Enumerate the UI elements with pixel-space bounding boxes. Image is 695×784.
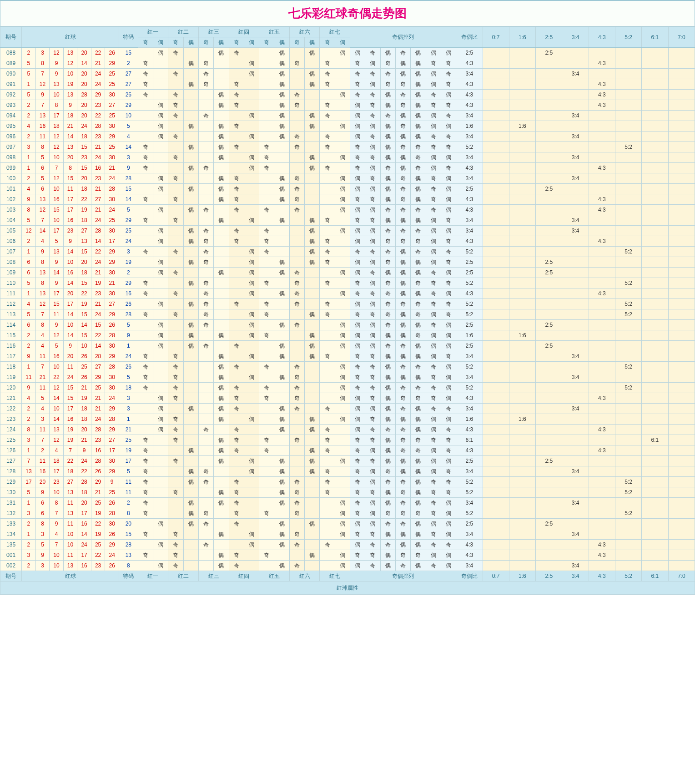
cell-even-slot: 偶 [153, 393, 168, 404]
cell-even-slot [153, 362, 168, 372]
cell-red: 2 [35, 445, 50, 456]
cell-odd-slot: 奇 [320, 247, 335, 257]
cell-arrangement: 奇 [441, 477, 456, 487]
cell-arrangement: 偶 [380, 487, 395, 498]
subhead-odd: 奇 [168, 37, 183, 48]
cell-even-slot: 偶 [214, 330, 229, 341]
cell-arrangement: 偶 [350, 132, 365, 142]
cell-even-slot: 偶 [335, 519, 350, 529]
cell-odd-slot: 奇 [168, 425, 183, 435]
cell-ratio-col [615, 456, 641, 466]
cell-arrangement: 偶 [380, 132, 395, 142]
cell-arrangement: 偶 [411, 561, 426, 571]
cell-red: 30 [105, 268, 119, 278]
cell-even-slot: 偶 [244, 309, 259, 320]
cell-ratio-col: 3:4 [562, 132, 589, 142]
cell-even-slot: 偶 [214, 414, 229, 425]
cell-red: 13 [63, 48, 77, 58]
table-row: 1051214172327283025偶偶奇奇奇偶偶偶偶奇奇奇偶偶3:43:4 [0, 226, 695, 236]
cell-red: 11 [63, 519, 77, 529]
cell-red: 2 [22, 414, 36, 425]
cell-odd-slot [229, 69, 244, 79]
cell-even-slot [244, 205, 259, 215]
cell-special: 8 [119, 508, 138, 519]
cell-red: 20 [77, 79, 91, 90]
cell-arrangement: 奇 [426, 529, 441, 540]
cell-red: 2 [22, 173, 36, 184]
cell-red: 9 [50, 278, 64, 288]
cell-even-slot [153, 58, 168, 69]
cell-odd-slot [289, 69, 304, 79]
cell-red: 10 [50, 152, 64, 163]
cell-arrangement: 偶 [411, 48, 426, 58]
cell-even-slot: 偶 [183, 498, 198, 508]
cell-even-slot [305, 508, 320, 519]
cell-red: 17 [50, 288, 64, 299]
cell-special: 1 [119, 341, 138, 351]
cell-arrangement: 奇 [441, 309, 456, 320]
cell-ratio-col: 2:5 [536, 257, 562, 268]
cell-arrangement: 偶 [426, 247, 441, 257]
cell-even-slot [214, 226, 229, 236]
cell-red: 17 [63, 205, 77, 215]
cell-red: 26 [77, 351, 91, 362]
cell-red: 5 [35, 173, 50, 184]
cell-red: 13 [50, 79, 64, 90]
cell-even-slot [335, 111, 350, 121]
cell-arrangement: 偶 [365, 404, 380, 414]
cell-odd-slot: 奇 [229, 383, 244, 393]
cell-ratio-col [615, 236, 641, 247]
cell-arrangement: 奇 [395, 508, 410, 519]
cell-special: 15 [119, 529, 138, 540]
cell-arrangement: 奇 [411, 142, 426, 152]
cell-red: 28 [105, 362, 119, 372]
cell-arrangement: 偶 [441, 173, 456, 184]
cell-red: 28 [105, 508, 119, 519]
cell-odd-slot: 奇 [320, 540, 335, 550]
cell-red: 3 [35, 414, 50, 425]
cell-odd-slot: 奇 [289, 100, 304, 111]
cell-even-slot: 偶 [244, 163, 259, 173]
cell-red: 17 [105, 236, 119, 247]
cell-red: 9 [105, 477, 119, 487]
cell-even-slot: 偶 [335, 362, 350, 372]
cell-odd-slot [289, 257, 304, 268]
cell-ratio-col [483, 362, 509, 372]
cell-arrangement: 奇 [426, 90, 441, 100]
cell-odd-slot: 奇 [229, 477, 244, 487]
cell-odd-slot [198, 445, 213, 456]
cell-odd-slot: 奇 [198, 466, 213, 477]
cell-ratio-col [483, 163, 509, 173]
cell-arrangement: 奇 [395, 121, 410, 132]
cell-ratio-col [483, 173, 509, 184]
col-special: 特码 [119, 27, 138, 48]
cell-red: 28 [91, 121, 105, 132]
cell-even-slot [305, 404, 320, 414]
cell-ratio: 4:3 [456, 205, 483, 215]
cell-special: 2 [119, 58, 138, 69]
cell-ratio-col [668, 236, 695, 247]
cell-red: 27 [105, 299, 119, 309]
cell-arrangement: 奇 [380, 278, 395, 288]
cell-odd-slot [198, 90, 213, 100]
cell-arrangement: 偶 [350, 184, 365, 194]
cell-arrangement: 偶 [380, 404, 395, 414]
cell-ratio-col [668, 90, 695, 100]
cell-even-slot [274, 435, 289, 445]
cell-red: 14 [77, 320, 91, 330]
cell-odd-slot [259, 121, 274, 132]
cell-odd-slot [229, 58, 244, 69]
cell-odd-slot: 奇 [320, 58, 335, 69]
cell-red: 22 [77, 466, 91, 477]
cell-ratio-col [509, 163, 535, 173]
cell-red: 11 [35, 351, 50, 362]
cell-arrangement: 奇 [380, 288, 395, 299]
cell-ratio-col [642, 477, 668, 487]
cell-odd-slot [168, 257, 183, 268]
cell-ratio-col [536, 466, 562, 477]
table-row: 00139101117222413奇奇偶奇奇偶偶奇奇偶奇奇偶偶4:34:3 [0, 550, 695, 561]
cell-period: 124 [0, 425, 22, 435]
cell-ratio-col [536, 163, 562, 173]
cell-ratio-col [536, 79, 562, 90]
cell-odd-slot [198, 550, 213, 561]
